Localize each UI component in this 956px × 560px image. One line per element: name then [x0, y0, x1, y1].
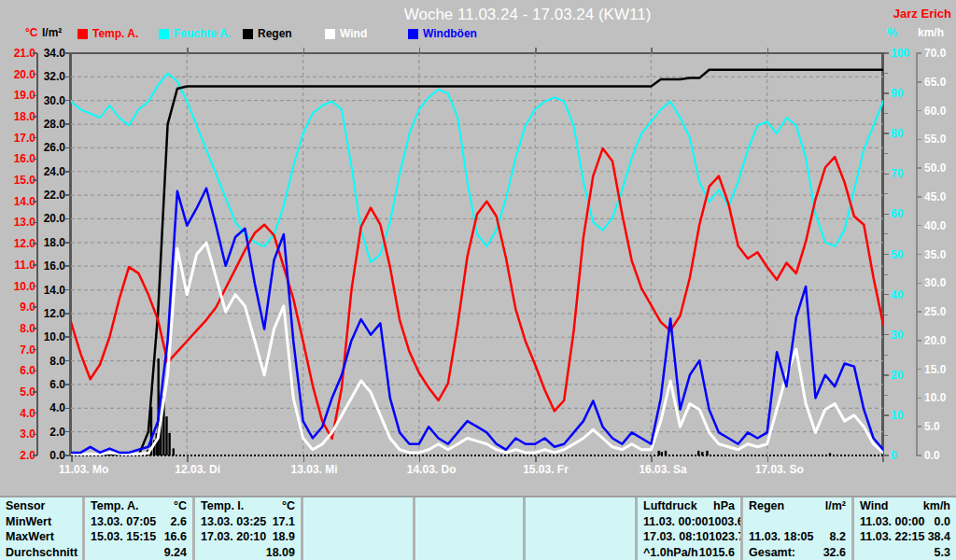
rain-bar	[829, 454, 831, 456]
stats-column-wind: Windkm/h11.03. 00:000.011.03. 22:1538.45…	[851, 497, 956, 560]
humidity-axis-minor-tick	[884, 153, 888, 154]
windspeed-unit-label: km/h	[918, 26, 944, 39]
humidity-axis-label: 80	[891, 128, 903, 139]
stat-time: ^1.0hPa/h	[643, 546, 698, 559]
legend-item-wind[interactable]: Wind	[325, 27, 367, 40]
stats-column-header: Temp. I.°C	[195, 497, 301, 514]
temp-axis-label: 2.0	[0, 450, 35, 461]
sensor-name: Regen	[749, 499, 784, 512]
stats-column-empty	[523, 497, 635, 560]
stats-cell: 11.03. 00:000.0	[854, 514, 956, 530]
rain-bar	[697, 451, 699, 455]
wind-axis-label: 25.0	[924, 306, 946, 317]
stats-cell: 9.24	[85, 545, 192, 560]
legend-swatch	[325, 29, 335, 39]
sensor-name: Temp. A.	[91, 499, 138, 512]
stats-cell: 18.09	[195, 545, 301, 560]
stat-value: 5.3	[935, 546, 950, 559]
stat-time: 11.03. 18:05	[749, 530, 814, 543]
stat-value: 8.2	[830, 530, 846, 543]
legend-swatch	[77, 29, 88, 39]
stats-column-header: Regenl/m²	[743, 497, 851, 514]
day-tick-bottom	[651, 456, 653, 462]
page-title: Woche 11.03.24 - 17.03.24 (KW11)	[404, 6, 652, 24]
humidity-axis-tick	[884, 334, 889, 336]
stats-cell: 11.03. 00:001003.6	[638, 514, 740, 530]
rain-bar	[661, 452, 663, 455]
stats-cell: 15.03. 15:1516.6	[85, 529, 192, 545]
stat-value: 0.0	[935, 515, 950, 528]
stats-cell	[743, 514, 851, 530]
stat-value: 1023.7	[709, 530, 740, 543]
stat-value: 1003.6	[709, 515, 740, 528]
stat-time: 11.03. 00:00	[643, 515, 709, 528]
wind-axis-label: 30.0	[924, 277, 946, 288]
day-label: 13.03. Mi	[291, 463, 338, 476]
wind-axis-label: 5.0	[924, 421, 940, 432]
humidity-axis-tick	[884, 414, 889, 416]
legend-item-temp-a-[interactable]: Temp. A.	[77, 27, 138, 40]
rain-axis-label: 24.0	[37, 166, 65, 177]
humidity-axis-tick	[884, 133, 889, 134]
stats-cell: 13.03. 03:2517.1	[195, 514, 301, 530]
rain-axis-label: 32.0	[37, 71, 65, 82]
humidity-axis-tick	[884, 455, 889, 456]
stats-column-temp-a-: Temp. A.°C13.03. 07:052.615.03. 15:1516.…	[82, 497, 192, 560]
temp-axis-line	[36, 53, 38, 455]
temp-axis-label: 21.0	[0, 48, 35, 59]
legend-item-feuchte-a-[interactable]: Feuchte A.	[159, 27, 231, 40]
rain-bar	[701, 452, 703, 455]
rain-axis-label: 8.0	[37, 356, 65, 367]
humidity-axis-label: 20	[891, 370, 903, 381]
temp-axis-label: 3.0	[0, 428, 35, 440]
humidity-axis-label: 30	[891, 329, 903, 341]
wind-axis-label: 20.0	[924, 335, 946, 346]
day-label: 11.03. Mo	[59, 463, 108, 476]
stats-cell: 11.03. 22:1538.4	[854, 529, 956, 545]
stats-cell	[526, 514, 635, 530]
stat-value: 32.6	[823, 546, 846, 559]
humidity-axis-label: 10	[891, 410, 903, 421]
temp-axis-label: 18.0	[0, 111, 35, 122]
stats-cell	[303, 545, 413, 560]
temp-axis-label: 13.0	[0, 217, 35, 228]
legend-swatch	[159, 29, 169, 39]
humidity-axis-label: 70	[891, 168, 903, 179]
humidity-axis-minor-tick	[884, 435, 888, 436]
stat-time: 17.03. 20:10	[201, 530, 266, 543]
stats-cell: Gesamt:32.6	[743, 545, 851, 560]
stat-time: 13.03. 03:25	[201, 515, 266, 528]
legend-item-regen[interactable]: Regen	[243, 27, 292, 40]
day-label: 14.03. Do	[407, 463, 457, 476]
humidity-axis-label: 90	[891, 88, 903, 99]
legend-item-windb-en[interactable]: Windböen	[408, 27, 477, 40]
plot-area[interactable]	[71, 53, 883, 455]
temp-axis-label: 12.0	[0, 238, 35, 249]
stat-value: 2.6	[171, 515, 187, 528]
humidity-axis-label: 100	[891, 48, 909, 59]
legend-swatch	[408, 29, 418, 39]
day-tick-bottom	[535, 456, 537, 462]
stat-time: 11.03. 00:00	[860, 515, 925, 528]
wind-axis-label: 45.0	[924, 191, 946, 203]
stat-value: 9.24	[164, 546, 187, 559]
stats-cell: 17.03. 20:1018.9	[195, 529, 301, 545]
stats-cell	[526, 529, 635, 545]
rain-axis-label: 30.0	[37, 95, 65, 106]
rain-axis-label: 2.0	[37, 427, 65, 438]
stats-column-temp-i-: Temp. I.°C13.03. 03:2517.117.03. 20:1018…	[192, 497, 301, 560]
wind-axis-label: 35.0	[924, 249, 946, 260]
rain-axis-label: 0.0	[37, 450, 65, 461]
humidity-axis-tick	[884, 294, 889, 296]
sensor-name: Temp. I.	[201, 499, 244, 512]
rain-axis-label: 4.0	[37, 402, 65, 413]
wind-axis-label: 40.0	[924, 220, 946, 231]
stat-time: 11.03. 22:15	[860, 530, 925, 543]
day-label: 12.03. Di	[175, 463, 220, 476]
humidity-axis-label: 50	[891, 249, 903, 260]
temp-axis-label: 8.0	[0, 323, 35, 334]
rain-axis-label: 34.0	[37, 48, 65, 59]
stat-value: 18.09	[266, 546, 295, 559]
humidity-axis-minor-tick	[884, 193, 888, 194]
humidity-axis-label: 60	[891, 208, 903, 219]
